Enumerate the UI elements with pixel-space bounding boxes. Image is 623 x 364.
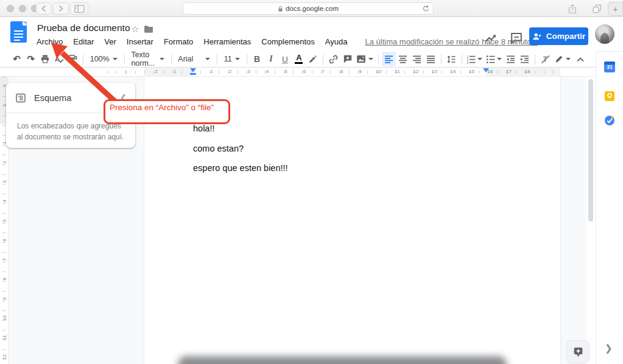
justify-button[interactable] bbox=[424, 52, 438, 66]
insights-button[interactable] bbox=[483, 30, 499, 46]
menubar: Archivo Editar Ver Insertar Formato Herr… bbox=[37, 37, 538, 46]
decrease-indent-button[interactable] bbox=[504, 52, 518, 66]
menu-complementos[interactable]: Complementos bbox=[261, 37, 314, 46]
tasks-app-button[interactable] bbox=[604, 115, 615, 126]
format-toolbar: ↶ ↷ A 100% Texto norm... Arial 11 B bbox=[0, 51, 596, 68]
highlight-color-button[interactable] bbox=[306, 52, 320, 66]
show-side-panel-button[interactable]: ❯ bbox=[605, 343, 613, 354]
chevron-down-icon bbox=[205, 58, 210, 60]
highlighter-icon bbox=[308, 55, 317, 64]
numbered-list-icon: 1 2 3 bbox=[466, 55, 476, 64]
account-avatar[interactable] bbox=[595, 24, 614, 44]
undo-button[interactable]: ↶ bbox=[10, 52, 24, 66]
sidebar-icon bbox=[74, 5, 85, 13]
font-size-select[interactable]: 11 bbox=[220, 52, 244, 66]
svg-text:3: 3 bbox=[467, 61, 469, 64]
right-indent-marker[interactable] bbox=[483, 68, 489, 72]
calendar-app-button[interactable]: 31 bbox=[604, 61, 615, 72]
align-center-button[interactable] bbox=[396, 52, 410, 66]
comment-icon bbox=[510, 32, 523, 44]
chevron-down-icon bbox=[566, 58, 571, 60]
address-bar[interactable]: docs.google.com bbox=[183, 2, 434, 15]
menu-editar[interactable]: Editar bbox=[73, 37, 94, 46]
browser-back-button[interactable] bbox=[36, 2, 52, 15]
edit-pen-icon bbox=[555, 55, 563, 63]
google-docs-logo-icon[interactable] bbox=[10, 21, 27, 43]
new-tab-button[interactable]: + bbox=[608, 2, 623, 16]
menu-insertar[interactable]: Insertar bbox=[127, 37, 153, 46]
doc-line[interactable]: como estan? bbox=[193, 144, 560, 153]
outline-panel-title: Esquema bbox=[34, 93, 111, 103]
chevron-up-icon bbox=[576, 57, 585, 62]
browser-share-button[interactable] bbox=[565, 2, 580, 15]
reload-button[interactable] bbox=[422, 5, 430, 13]
doc-line[interactable]: espero que esten bien!!! bbox=[193, 164, 560, 173]
outline-icon bbox=[16, 93, 26, 103]
chevron-down-icon bbox=[477, 58, 482, 60]
menu-formato[interactable]: Formato bbox=[164, 37, 193, 46]
print-button[interactable] bbox=[38, 52, 52, 66]
menu-ver[interactable]: Ver bbox=[104, 37, 116, 46]
editing-mode-button[interactable] bbox=[552, 52, 573, 66]
paint-format-button[interactable] bbox=[66, 52, 80, 66]
paragraph-style-select[interactable]: Texto norm... bbox=[127, 52, 167, 66]
horizontal-ruler[interactable]: 21123456789101112131415161718 bbox=[0, 68, 596, 77]
share-button[interactable]: Compartir bbox=[529, 27, 588, 45]
align-left-button[interactable] bbox=[382, 52, 396, 66]
spellcheck-button[interactable]: A bbox=[52, 52, 66, 66]
align-right-button[interactable] bbox=[410, 52, 424, 66]
doc-line[interactable]: hola!! bbox=[193, 124, 560, 133]
text-color-icon: A bbox=[295, 54, 303, 64]
hide-menus-button[interactable] bbox=[573, 52, 587, 66]
link-icon bbox=[328, 54, 339, 65]
star-document-icon[interactable]: ☆ bbox=[131, 24, 139, 35]
menu-herramientas[interactable]: Herramientas bbox=[203, 37, 251, 46]
document-text[interactable]: hola!! como estan? espero que esten bien… bbox=[144, 77, 560, 173]
indent-icon bbox=[520, 55, 529, 63]
font-select[interactable]: Arial bbox=[174, 52, 214, 66]
explore-button[interactable] bbox=[566, 340, 590, 363]
redo-button[interactable]: ↷ bbox=[24, 52, 38, 66]
explore-icon bbox=[572, 346, 584, 358]
menu-archivo[interactable]: Archivo bbox=[37, 37, 63, 46]
increase-indent-button[interactable] bbox=[518, 52, 532, 66]
keep-app-button[interactable] bbox=[604, 91, 615, 102]
text-color-button[interactable]: A bbox=[292, 52, 306, 66]
bulleted-list-button[interactable] bbox=[484, 52, 504, 66]
bold-button[interactable]: B bbox=[250, 52, 264, 66]
browser-tabs-button[interactable] bbox=[589, 2, 605, 15]
italic-button[interactable]: I bbox=[264, 52, 278, 66]
window-controls bbox=[7, 5, 38, 12]
close-window-button[interactable] bbox=[7, 5, 14, 12]
browser-sidebar-button[interactable] bbox=[70, 2, 88, 15]
open-comments-button[interactable] bbox=[509, 30, 524, 46]
insert-link-button[interactable] bbox=[326, 52, 340, 66]
underline-button[interactable]: U bbox=[278, 52, 292, 66]
chevron-down-icon bbox=[113, 58, 118, 60]
annotation-callout: Presiona en “Archivo” o “file” bbox=[104, 99, 230, 124]
chevron-down-icon bbox=[235, 58, 240, 60]
zoom-select[interactable]: 100% bbox=[86, 52, 121, 66]
scrollbar-thumb[interactable] bbox=[588, 79, 593, 222]
clear-formatting-button[interactable]: T bbox=[538, 52, 552, 66]
align-right-icon bbox=[412, 55, 421, 63]
lock-icon bbox=[278, 5, 283, 12]
line-spacing-icon bbox=[446, 55, 456, 64]
move-to-folder-icon[interactable] bbox=[144, 25, 153, 33]
browser-forward-button[interactable] bbox=[53, 2, 69, 15]
document-canvas: 21123456789101112 hola!! como estan? esp… bbox=[0, 77, 596, 364]
add-comment-button[interactable] bbox=[340, 52, 354, 66]
align-center-icon bbox=[398, 55, 407, 63]
outdent-icon bbox=[506, 55, 515, 63]
svg-text:A: A bbox=[55, 55, 60, 63]
menu-ayuda[interactable]: Ayuda bbox=[325, 37, 348, 46]
left-indent-marker[interactable] bbox=[190, 68, 196, 72]
insert-image-button[interactable] bbox=[354, 52, 375, 66]
minimize-window-button[interactable] bbox=[19, 5, 26, 12]
chevron-down-icon bbox=[160, 58, 164, 60]
numbered-list-button[interactable]: 1 2 3 bbox=[465, 52, 484, 66]
document-title[interactable]: Prueba de documento bbox=[37, 23, 130, 33]
url-text: docs.google.com bbox=[286, 5, 339, 12]
page-bottom-shadow bbox=[178, 356, 507, 364]
line-spacing-button[interactable] bbox=[445, 52, 459, 66]
